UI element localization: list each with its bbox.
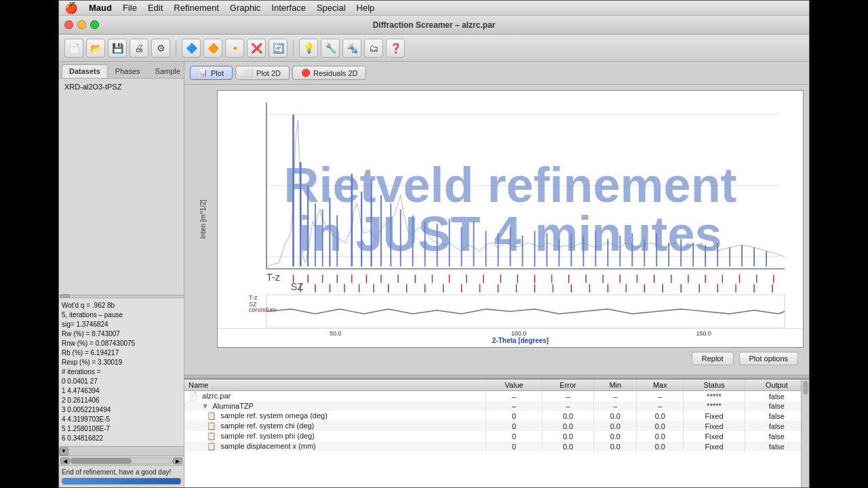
h-scroll-thumb[interactable] [71, 458, 132, 464]
progress-bar-fill [62, 479, 180, 484]
close-button[interactable] [64, 20, 73, 29]
table-row[interactable]: 📋 sample ref. system phi (deg) 0 0.0 0.0… [184, 431, 809, 441]
print-button[interactable]: 🖨 [130, 39, 149, 58]
right-panel: 📊 Plot ⬜ Plot 2D 🔴 Residuals 2D Inten [184, 62, 809, 487]
tab-plot[interactable]: 📊 Plot [190, 66, 233, 80]
table-scrollbar[interactable] [801, 380, 809, 487]
dataset-list: XRD-al2O3-tPSZ [59, 79, 184, 295]
table-row[interactable]: ▼ AluminaTZP – – – – ***** false [184, 401, 809, 411]
help-menu-item[interactable]: Help [357, 3, 375, 13]
toolbar: 📄 📂 💾 🖨 ⚙ 🔷 🔶 🔸 ❌ 🔄 💡 🔧 🔩 🗂 ❓ [59, 35, 809, 62]
refinement-menu-item[interactable]: Refinement [174, 3, 218, 13]
tab-phases[interactable]: Phases [108, 64, 148, 78]
tab-residuals-2d[interactable]: 🔴 Residuals 2D [292, 66, 366, 80]
log-line-6: Rexp (%) = 3.30019 [62, 358, 181, 367]
x-tick-100: 100.0 [511, 330, 527, 337]
tool-button[interactable]: 🔧 [321, 39, 340, 58]
table-row[interactable]: 📋 sample ref. system omega (deg) 0 0.0 0… [184, 411, 809, 421]
param-table-area: Name Value Error Min Max Status Output [184, 379, 809, 487]
row-name: 📋 sample ref. system omega (deg) [184, 411, 486, 421]
phase-label-corundum: corundum [249, 306, 276, 313]
files-button[interactable]: 🗂 [364, 39, 383, 58]
file-menu-item[interactable]: File [123, 3, 137, 13]
log-line-8: 0 0.0401 27 [62, 377, 181, 386]
log-line-14: 6 0.34816822 [62, 434, 181, 443]
table-row[interactable]: 📋 sample displacement x (mm) 0 0.0 0.0 0… [184, 441, 809, 451]
plot-options-button[interactable]: Plot options [739, 352, 798, 365]
log-line-13: 5 1.2580108E-7 [62, 424, 181, 434]
horizontal-scrollbar[interactable]: ◀ ▶ [59, 455, 184, 465]
log-line-12: 4 4.3199703E-5 [62, 415, 181, 424]
interface-menu-item[interactable]: Interface [271, 3, 306, 13]
save-button[interactable]: 💾 [108, 39, 127, 58]
light-button[interactable]: 💡 [299, 39, 318, 58]
doc-icon: 📋 [207, 422, 216, 430]
log-line-1: 5, iterations – pause [62, 310, 181, 320]
y-axis-label: Inten [m^1/2] [200, 199, 208, 239]
svg-rect-0 [218, 91, 803, 328]
settings-button[interactable]: ⚙ [151, 39, 170, 58]
log-area: Wot'd q = .962 8b 5, iterations – pause … [59, 298, 184, 446]
param-table: Name Value Error Min Max Status Output [184, 380, 809, 451]
row-name: 📄 alzrc.par [184, 391, 486, 402]
tab-datasets[interactable]: Datasets [62, 64, 108, 78]
scroll-left-btn[interactable]: ◀ [60, 458, 70, 464]
chart-inner: Rietveld refinement in JUST 4 minutes [218, 91, 803, 328]
crystal-button[interactable]: 🔸 [225, 39, 244, 58]
col-status: Status [684, 380, 745, 391]
traffic-lights [64, 20, 99, 29]
wrench-button[interactable]: 🔩 [342, 39, 361, 58]
x-axis-title: 2-Theta [degrees] [245, 337, 796, 344]
new-button[interactable]: 📄 [64, 39, 83, 58]
tab-plot-2d[interactable]: ⬜ Plot 2D [235, 66, 290, 80]
progress-bar [62, 478, 181, 485]
graphic-menu-item[interactable]: Graphic [230, 3, 261, 13]
row-name: 📋 sample displacement x (mm) [184, 441, 486, 451]
table-row[interactable]: 📄 alzrc.par – – – – ***** false [184, 391, 809, 402]
plot-2d-icon: ⬜ [244, 68, 254, 77]
stop-button[interactable]: ❌ [247, 39, 266, 58]
x-tick-50: 50.0 [330, 330, 342, 337]
col-max: Max [637, 380, 684, 391]
main-content: Datasets Phases Sample XRD-al2O3-tPSZ ▲ … [59, 62, 809, 487]
replot-button[interactable]: Replot [692, 352, 734, 365]
special-menu-item[interactable]: Special [317, 3, 346, 13]
tab-residuals-2d-label: Residuals 2D [313, 69, 357, 77]
refresh-button[interactable]: 🔄 [269, 39, 288, 58]
x-tick-150: 150.0 [696, 330, 711, 337]
minimize-button[interactable] [77, 20, 86, 29]
phase-label-tz: T-z [249, 294, 258, 301]
titlebar: Diffraction Screamer – alzrc.par [59, 16, 809, 35]
window-title: Diffraction Screamer – alzrc.par [373, 20, 496, 30]
3d-view-button[interactable]: 🔷 [182, 39, 201, 58]
h-scroll-track[interactable] [70, 458, 173, 464]
dataset-item[interactable]: XRD-al2O3-tPSZ [62, 81, 181, 92]
apple-menu[interactable]: 🍎 [64, 1, 78, 14]
log-line-5: Rb (%) = 6.194217 [62, 348, 181, 358]
tab-sample[interactable]: Sample [148, 64, 188, 78]
plot-area: Inten [m^1/2] 100.0 50.0 Rietveld refine… [184, 85, 809, 375]
row-name: 📋 sample ref. system chi (deg) [184, 421, 486, 431]
menubar: 🍎 Maud File Edit Refinement Graphic Inte… [59, 1, 809, 16]
plot-icon: 📊 [199, 68, 208, 77]
separator-2 [293, 40, 294, 56]
log-line-0: Wot'd q = .962 8b [62, 301, 181, 310]
phase-button[interactable]: 🔶 [203, 39, 222, 58]
help-button[interactable]: ❓ [386, 39, 405, 58]
open-button[interactable]: 📂 [86, 39, 105, 58]
svg-text:SZ: SZ [291, 281, 304, 292]
plot-controls: Replot Plot options [190, 348, 804, 369]
log-line-9: 1 4.4746394 [62, 386, 181, 396]
app-menu-item[interactable]: Maud [89, 3, 112, 13]
status-text: End of refinement, have a good day! [62, 468, 181, 476]
folder-icon: ▼ [201, 402, 209, 410]
edit-menu-item[interactable]: Edit [148, 3, 163, 13]
col-name: Name [184, 380, 486, 391]
log-line-11: 3 0.0052219494 [62, 405, 181, 415]
scroll-right-btn[interactable]: ▶ [173, 458, 182, 464]
log-line-4: Rnw (%) = 0.087430075 [62, 339, 181, 348]
table-row[interactable]: 📋 sample ref. system chi (deg) 0 0.0 0.0… [184, 421, 809, 431]
maximize-button[interactable] [90, 20, 99, 29]
scroll-down-btn[interactable]: ▼ [59, 447, 68, 455]
col-value: Value [486, 380, 542, 391]
